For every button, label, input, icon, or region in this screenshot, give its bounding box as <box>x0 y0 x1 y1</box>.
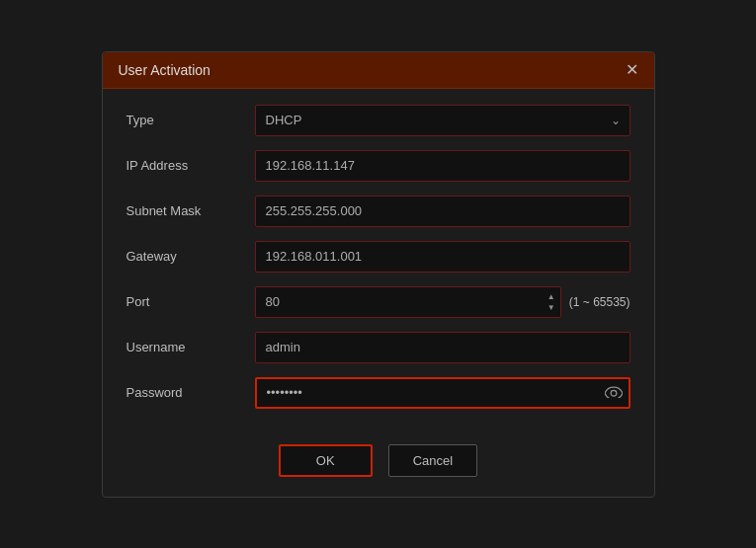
port-row: Port ▲ ▼ (1 ~ 65535) <box>126 286 630 318</box>
subnet-mask-label: Subnet Mask <box>126 203 255 218</box>
dialog-header: User Activation ✕ <box>103 52 654 89</box>
ip-address-input[interactable] <box>255 150 630 182</box>
dialog-body: Type DHCP Static ⌄ IP Address Subnet Mas… <box>103 89 654 432</box>
ip-address-label: IP Address <box>126 158 255 173</box>
port-spinners: ▲ ▼ <box>546 291 557 312</box>
dialog-title: User Activation <box>119 62 210 78</box>
port-increment-button[interactable]: ▲ <box>546 291 557 301</box>
dialog-footer: OK Cancel <box>103 432 654 497</box>
gateway-row: Gateway <box>126 241 630 273</box>
username-label: Username <box>126 340 255 354</box>
port-input-group: ▲ ▼ <box>255 286 561 318</box>
subnet-mask-row: Subnet Mask <box>126 196 630 227</box>
gateway-input[interactable] <box>255 241 630 273</box>
port-label: Port <box>126 294 255 309</box>
user-activation-dialog: User Activation ✕ Type DHCP Static ⌄ IP … <box>102 51 655 498</box>
type-select[interactable]: DHCP Static <box>255 105 630 136</box>
ok-button[interactable]: OK <box>279 444 373 477</box>
subnet-mask-input[interactable] <box>255 196 630 227</box>
type-select-wrapper: DHCP Static ⌄ <box>255 105 630 136</box>
type-row: Type DHCP Static ⌄ <box>126 105 630 136</box>
port-decrement-button[interactable]: ▼ <box>546 302 557 312</box>
type-label: Type <box>126 113 255 127</box>
password-wrapper <box>255 377 630 409</box>
username-input[interactable] <box>255 332 630 363</box>
port-range-label: (1 ~ 65535) <box>569 295 630 309</box>
port-wrapper: ▲ ▼ (1 ~ 65535) <box>255 286 630 318</box>
username-row: Username <box>126 332 630 363</box>
password-row: Password <box>126 377 630 409</box>
ip-address-row: IP Address <box>126 150 630 182</box>
gateway-label: Gateway <box>126 249 255 264</box>
svg-point-0 <box>611 390 617 396</box>
port-input[interactable] <box>255 286 561 318</box>
password-input[interactable] <box>255 377 630 409</box>
password-toggle-button[interactable] <box>605 385 623 401</box>
close-button[interactable]: ✕ <box>626 62 638 78</box>
eye-icon <box>605 386 623 398</box>
cancel-button[interactable]: Cancel <box>388 444 477 477</box>
password-label: Password <box>126 385 255 400</box>
